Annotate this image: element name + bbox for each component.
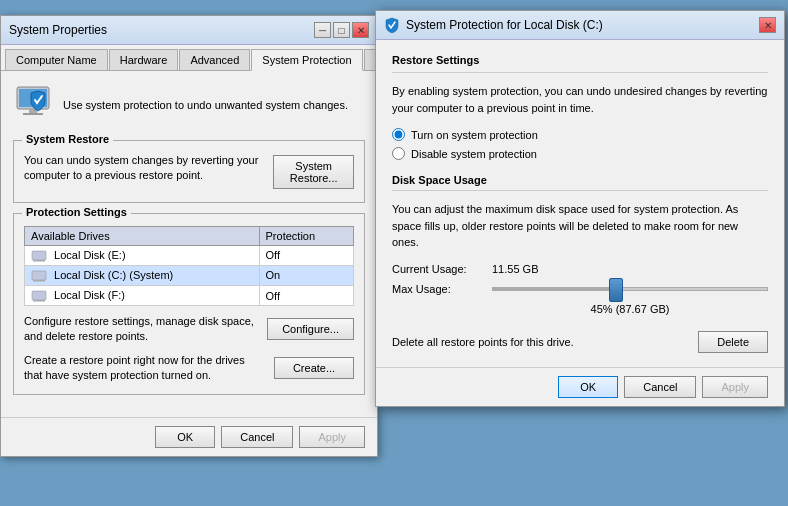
radio-turn-on-label: Turn on system protection — [411, 129, 538, 141]
tab-system-protection[interactable]: System Protection — [251, 49, 362, 71]
col-protection: Protection — [259, 226, 353, 245]
system-properties-window: System Properties ─ □ ✕ Computer Name Ha… — [0, 15, 378, 457]
ok-button[interactable]: OK — [155, 426, 215, 448]
drive-protection: On — [259, 265, 353, 285]
system-restore-button[interactable]: System Restore... — [273, 155, 354, 189]
dialog-bottom-buttons: OK Cancel Apply — [376, 367, 784, 406]
dialog-cancel-button[interactable]: Cancel — [624, 376, 696, 398]
dialog-titlebar: System Protection for Local Disk (C:) ✕ — [376, 11, 784, 40]
create-text: Create a restore point right now for the… — [24, 353, 266, 384]
sys-props-bottom-buttons: OK Cancel Apply — [1, 417, 377, 456]
apply-button[interactable]: Apply — [299, 426, 365, 448]
info-description: Use system protection to undo unwanted s… — [63, 99, 348, 111]
tab-bar: Computer Name Hardware Advanced System P… — [1, 45, 377, 71]
dialog-ok-button[interactable]: OK — [558, 376, 618, 398]
system-restore-description: You can undo system changes by reverting… — [24, 153, 265, 184]
shield-icon — [384, 17, 400, 33]
close-button[interactable]: ✕ — [352, 22, 369, 38]
delete-section: Delete all restore points for this drive… — [392, 325, 768, 353]
svg-rect-4 — [32, 251, 46, 260]
svg-rect-5 — [33, 260, 45, 262]
minimize-button[interactable]: ─ — [314, 22, 331, 38]
dialog-content: Restore Settings By enabling system prot… — [376, 40, 784, 367]
drive-protection: Off — [259, 285, 353, 305]
current-usage-row: Current Usage: 11.55 GB — [392, 263, 768, 275]
system-restore-content: You can undo system changes by reverting… — [24, 153, 354, 192]
radio-disable-input[interactable] — [392, 147, 405, 160]
maximize-button[interactable]: □ — [333, 22, 350, 38]
restore-settings-title: Restore Settings — [392, 54, 768, 66]
system-restore-title: System Restore — [22, 133, 113, 145]
table-row[interactable]: Local Disk (E:) Off — [25, 245, 354, 265]
configure-section: Configure restore settings, manage disk … — [24, 314, 354, 345]
disk-slider-container — [492, 287, 768, 291]
delete-text: Delete all restore points for this drive… — [392, 336, 574, 348]
drive-name: Local Disk (C:) (System) — [25, 265, 260, 285]
svg-rect-6 — [32, 271, 46, 280]
table-row[interactable]: Local Disk (F:) Off — [25, 285, 354, 305]
svg-rect-8 — [32, 291, 46, 300]
max-usage-row: Max Usage: — [392, 283, 768, 295]
protection-settings-content: Available Drives Protection Local Disk (… — [24, 226, 354, 384]
tab-computer-name[interactable]: Computer Name — [5, 49, 108, 70]
create-button[interactable]: Create... — [274, 357, 354, 379]
protection-settings-group: Protection Settings Available Drives Pro… — [13, 213, 365, 395]
svg-rect-7 — [33, 280, 45, 282]
drives-table: Available Drives Protection Local Disk (… — [24, 226, 354, 306]
disk-description: You can adjust the maximum disk space us… — [392, 201, 768, 251]
svg-rect-3 — [23, 113, 43, 115]
radio-turn-on-input[interactable] — [392, 128, 405, 141]
slider-thumb[interactable] — [609, 278, 623, 302]
restore-description: By enabling system protection, you can u… — [392, 83, 768, 116]
configure-button[interactable]: Configure... — [267, 318, 354, 340]
shield-computer-icon — [13, 83, 53, 126]
create-section: Create a restore point right now for the… — [24, 353, 354, 384]
slider-track — [492, 287, 768, 291]
disk-usage-section: Disk Space Usage You can adjust the maxi… — [392, 174, 768, 353]
drive-protection: Off — [259, 245, 353, 265]
configure-text: Configure restore settings, manage disk … — [24, 314, 259, 345]
restore-settings-section: Restore Settings By enabling system prot… — [392, 54, 768, 160]
drive-name: Local Disk (F:) — [25, 285, 260, 305]
delete-button[interactable]: Delete — [698, 331, 768, 353]
max-usage-label: Max Usage: — [392, 283, 492, 295]
sys-props-content: Use system protection to undo unwanted s… — [1, 71, 377, 417]
restore-divider — [392, 72, 768, 73]
protection-dialog: System Protection for Local Disk (C:) ✕ … — [375, 10, 785, 407]
current-usage-value: 11.55 GB — [492, 263, 538, 275]
sys-props-titlebar: System Properties ─ □ ✕ — [1, 16, 377, 45]
svg-rect-9 — [33, 300, 45, 302]
radio-turn-on: Turn on system protection — [392, 128, 768, 141]
dialog-title-left: System Protection for Local Disk (C:) — [384, 17, 603, 33]
tab-advanced[interactable]: Advanced — [179, 49, 250, 70]
protection-settings-title: Protection Settings — [22, 206, 131, 218]
slider-percent: 45% (87.67 GB) — [492, 303, 768, 315]
dialog-close-button[interactable]: ✕ — [759, 17, 776, 33]
col-drives: Available Drives — [25, 226, 260, 245]
drive-name: Local Disk (E:) — [25, 245, 260, 265]
radio-disable: Disable system protection — [392, 147, 768, 160]
dialog-apply-button[interactable]: Apply — [702, 376, 768, 398]
tab-hardware[interactable]: Hardware — [109, 49, 179, 70]
dialog-title: System Protection for Local Disk (C:) — [406, 18, 603, 32]
radio-disable-label: Disable system protection — [411, 148, 537, 160]
table-row[interactable]: Local Disk (C:) (System) On — [25, 265, 354, 285]
disk-divider — [392, 190, 768, 191]
window-controls: ─ □ ✕ — [314, 22, 369, 38]
slider-filled — [493, 288, 616, 290]
cancel-button[interactable]: Cancel — [221, 426, 293, 448]
info-section: Use system protection to undo unwanted s… — [13, 83, 365, 126]
disk-usage-title: Disk Space Usage — [392, 174, 768, 186]
current-usage-label: Current Usage: — [392, 263, 492, 275]
sys-props-title: System Properties — [9, 23, 107, 37]
system-restore-group: System Restore You can undo system chang… — [13, 140, 365, 203]
